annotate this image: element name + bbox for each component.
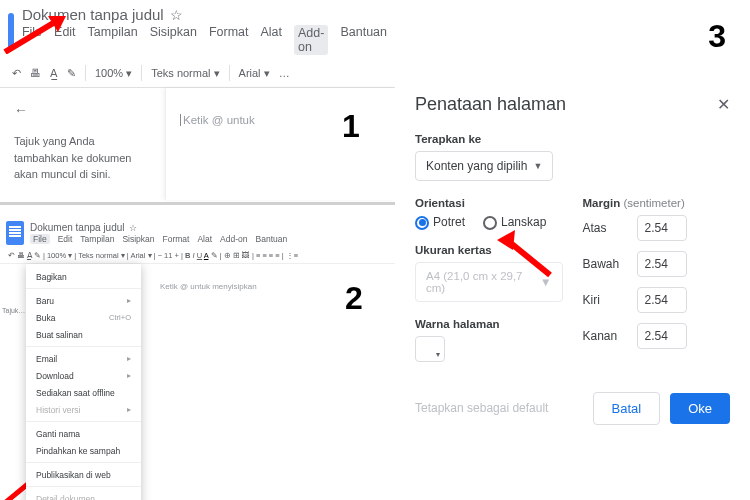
file-menu-item[interactable]: Download▸ <box>26 367 141 384</box>
outline-hint: Tajuk… <box>2 306 28 315</box>
close-icon[interactable]: ✕ <box>717 95 730 114</box>
menu-bar: FileEditTampilanSisipkanFormatAlatAdd-on… <box>22 25 387 55</box>
file-menu-item[interactable]: Publikasikan di web <box>26 466 141 483</box>
cancel-button[interactable]: Batal <box>593 392 661 425</box>
file-menu-item[interactable]: Pindahkan ke sampah <box>26 442 141 459</box>
more-icon[interactable]: … <box>279 67 290 79</box>
star-icon[interactable]: ☆ <box>129 223 137 233</box>
menu-alat[interactable]: Alat <box>260 25 282 55</box>
paint-format-icon[interactable]: ✎ <box>67 67 76 80</box>
set-default-link[interactable]: Tetapkan sebagai default <box>415 401 548 415</box>
page-color-swatch[interactable]: ▾ <box>415 336 445 362</box>
margin-input-kanan[interactable] <box>637 323 687 349</box>
docs-app-icon[interactable] <box>6 221 24 245</box>
toolbar: ↶ 🖶 A̲ ✎ | 100% ▾ | Teks normal ▾ | Aria… <box>0 248 395 264</box>
menu-format[interactable]: Format <box>163 234 190 244</box>
file-menu-item[interactable]: Sediakan saat offline <box>26 384 141 401</box>
paper-size-select[interactable]: A4 (21,0 cm x 29,7 cm)▼ <box>415 262 563 302</box>
outline-hint: Tajuk yang Anda tambahkan ke dokumen aka… <box>14 135 131 180</box>
file-menu-item[interactable]: Buat salinan <box>26 326 141 343</box>
margin-input-bawah[interactable] <box>637 251 687 277</box>
menu-file[interactable]: File <box>30 234 50 244</box>
menu-add-on[interactable]: Add-on <box>220 234 247 244</box>
orientation-portrait-radio[interactable]: Potret <box>415 215 465 230</box>
menu-bantuan[interactable]: Bantuan <box>340 25 387 55</box>
menu-edit[interactable]: Edit <box>54 25 76 55</box>
apply-to-select[interactable]: Konten yang dipilih▼ <box>415 151 553 181</box>
menu-sisipkan[interactable]: Sisipkan <box>150 25 197 55</box>
print-icon[interactable]: 🖶 <box>30 67 41 79</box>
margin-label-atas: Atas <box>583 221 627 235</box>
file-menu-item[interactable]: Ganti nama <box>26 425 141 442</box>
annotation-number-1: 1 <box>342 108 360 145</box>
dialog-title: Penataan halaman <box>415 94 566 115</box>
margin-inputs: AtasBawahKiriKanan <box>583 215 731 349</box>
page-color-label: Warna halaman <box>415 318 563 330</box>
ok-button[interactable]: Oke <box>670 393 730 424</box>
file-menu-item: Detail dokumen <box>26 490 141 500</box>
style-select[interactable]: Teks normal ▾ <box>151 67 219 80</box>
file-menu-item[interactable]: Baru▸ <box>26 292 141 309</box>
margin-label: Margin (sentimeter) <box>583 197 731 209</box>
undo-icon[interactable]: ↶ <box>12 67 21 80</box>
margin-label-bawah: Bawah <box>583 257 627 271</box>
file-menu-item[interactable]: Bagikan <box>26 268 141 285</box>
margin-label-kiri: Kiri <box>583 293 627 307</box>
screenshot-step-1: Dokumen tanpa judul ☆ FileEditTampilanSi… <box>0 0 395 205</box>
zoom-select[interactable]: 100% ▾ <box>95 67 132 80</box>
document-page[interactable]: Ketik @ untuk <box>165 88 395 200</box>
spellcheck-icon[interactable]: A̲ <box>50 67 58 80</box>
margin-input-atas[interactable] <box>637 215 687 241</box>
paper-size-label: Ukuran kertas <box>415 244 563 256</box>
menu-file[interactable]: File <box>22 25 42 55</box>
menu-format[interactable]: Format <box>209 25 249 55</box>
outline-collapse-icon[interactable]: ← <box>14 100 151 121</box>
file-menu-item[interactable]: Email▸ <box>26 350 141 367</box>
menu-alat[interactable]: Alat <box>197 234 212 244</box>
menu-edit[interactable]: Edit <box>58 234 73 244</box>
doc-title[interactable]: Dokumen tanpa judul <box>22 6 164 23</box>
annotation-number-2: 2 <box>345 280 363 317</box>
star-icon[interactable]: ☆ <box>170 7 183 23</box>
doc-title[interactable]: Dokumen tanpa judul <box>30 222 125 233</box>
menu-sisipkan[interactable]: Sisipkan <box>122 234 154 244</box>
page-setup-dialog: 3 Penataan halaman ✕ Terapkan ke Konten … <box>395 0 750 500</box>
docs-app-icon[interactable] <box>8 13 14 49</box>
orientation-landscape-radio[interactable]: Lanskap <box>483 215 546 230</box>
orientation-label: Orientasi <box>415 197 563 209</box>
font-select[interactable]: Arial ▾ <box>239 67 270 80</box>
menu-tampilan[interactable]: Tampilan <box>80 234 114 244</box>
margin-input-kiri[interactable] <box>637 287 687 313</box>
menu-tampilan[interactable]: Tampilan <box>88 25 138 55</box>
file-menu-item[interactable]: BukaCtrl+O <box>26 309 141 326</box>
menu-bantuan[interactable]: Bantuan <box>256 234 288 244</box>
file-menu-item: Histori versi▸ <box>26 401 141 418</box>
screenshot-step-2: Dokumen tanpa judul ☆ FileEditTampilanSi… <box>0 218 395 488</box>
annotation-number-3: 3 <box>708 18 726 55</box>
apply-to-label: Terapkan ke <box>415 133 730 145</box>
margin-label-kanan: Kanan <box>583 329 627 343</box>
menu-add-on[interactable]: Add-on <box>294 25 328 55</box>
toolbar: ↶ 🖶 A̲ ✎ 100% ▾ Teks normal ▾ Arial ▾ … <box>0 59 395 88</box>
file-menu-dropdown: BagikanBaru▸BukaCtrl+OBuat salinanEmail▸… <box>26 264 141 500</box>
outline-pane: ← Tajuk yang Anda tambahkan ke dokumen a… <box>0 88 165 200</box>
menu-bar: FileEditTampilanSisipkanFormatAlatAdd-on… <box>30 234 287 244</box>
